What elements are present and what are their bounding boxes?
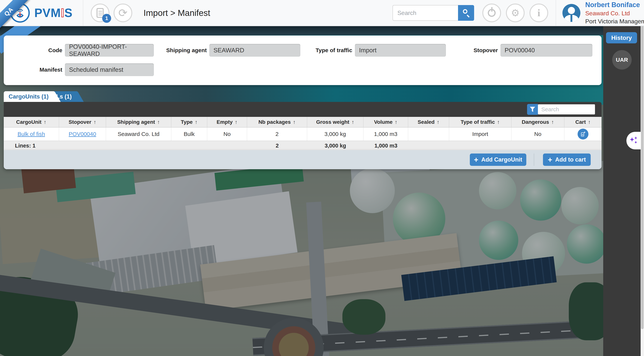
sparkles-icon [629,136,638,145]
sort-asc-icon: ↑ [195,119,198,125]
column-header-nb-packages[interactable]: Nb packages↑ [247,117,307,127]
footer-empty-cell [564,141,602,150]
footer-empty-cell [408,141,449,150]
column-label: Type [181,119,192,125]
footer-empty-cell [512,141,564,150]
refresh-button[interactable]: ⟳ [114,3,132,22]
ai-assistant-button[interactable] [626,132,641,149]
cell-cargounit: Bulk of fish [4,127,59,141]
sort-asc-icon: ↑ [352,119,354,125]
column-header-volume[interactable]: Volume↑ [364,117,408,127]
info-button[interactable]: i [530,3,548,22]
shipping-agent-field[interactable]: SEAWARD [209,44,300,57]
notification-badge: 1 [102,14,111,23]
info-icon: i [537,7,540,19]
tab-cargounits[interactable]: CargoUnits (1) [4,91,54,102]
footer-empty-cell [172,141,207,150]
column-header-empty[interactable]: Empty↑ [207,117,247,127]
table-footer-row: Lines: 1 2 3,000 kg 1,000 m3 [4,141,602,150]
stopover-label: Stopover [442,47,498,53]
code-field[interactable]: POV00040-IMPORT-SEAWARD [65,44,154,57]
manifest-documents-button[interactable]: 1 [91,3,110,22]
brand-i: I [61,6,64,20]
cargounits-table: CargoUnit↑ Stopover↑ Shipping agent↑ Typ… [4,117,602,150]
user-info: Norbert Boniface Seaward Co. Ltd Port Vi… [585,1,644,25]
gear-icon: ⚙ [511,8,520,18]
sort-asc-icon: ↑ [235,119,238,125]
cell-cart [564,127,602,141]
column-label: Nb packages [258,119,291,125]
add-cargounit-button[interactable]: + Add CargoUnit [470,153,526,166]
column-header-shipping-agent[interactable]: Shipping agent↑ [106,117,172,127]
header-actions: ⚙ i [482,3,548,22]
footer-empty-cell [449,141,512,150]
global-search [392,5,474,21]
user-company: Seaward Co. Ltd [585,10,644,17]
add-to-cart-button[interactable]: + Add to cart [543,153,591,166]
column-header-sealed[interactable]: Sealed↑ [408,117,449,127]
avatar-head [568,7,575,14]
lines-count: Lines: 1 [4,141,59,150]
column-header-stopover[interactable]: Stopover↑ [59,117,106,127]
scrollbar-thumb[interactable] [641,2,644,329]
column-header-type[interactable]: Type↑ [172,117,207,127]
column-label: Gross weight [316,119,349,125]
action-bar-divider [534,153,534,166]
user-avatar-icon [562,4,580,22]
brand-pvm: PVM [34,6,61,20]
user-organization: Port Victoria Managem [585,18,644,25]
stopover-field[interactable]: POV00040 [500,44,592,57]
type-of-traffic-field[interactable]: Import [355,44,446,57]
filter-funnel-icon [530,107,535,112]
cell-gross-weight: 3,000 kg [307,127,364,141]
uar-button[interactable]: UAR [612,50,632,69]
stopover-link[interactable]: POV00040 [69,131,96,137]
cell-sealed [408,127,449,141]
filter-button[interactable] [527,104,538,115]
table-search-input[interactable] [538,104,595,114]
column-header-type-of-traffic[interactable]: Type of traffic↑ [449,117,512,127]
table-row: Bulk of fish POV00040 Seaward Co. Ltd Bu… [4,127,602,141]
code-label: Code [6,47,62,53]
logout-button[interactable] [482,3,501,22]
column-label: Shipping agent [117,119,155,125]
manifest-form-card: Code POV00040-IMPORT-SEAWARD Shipping ag… [4,35,602,85]
cargounit-link[interactable]: Bulk of fish [18,131,45,137]
column-header-gross-weight[interactable]: Gross weight↑ [307,117,364,127]
column-label: Sealed [418,119,434,125]
column-label: CargoUnit [16,119,41,125]
document-plus-icon [580,131,586,137]
nb-packages-total: 2 [247,141,307,150]
sort-asc-icon: ↑ [94,119,96,125]
column-label: Empty [217,119,233,125]
add-to-cart-label: Add to cart [555,156,586,163]
sort-asc-icon: ↑ [497,119,500,125]
right-sidebar: History UAR [603,26,641,356]
global-search-input[interactable] [392,5,458,21]
settings-button[interactable]: ⚙ [506,3,525,22]
history-button[interactable]: History [606,32,637,43]
add-row-to-cart-button[interactable] [578,129,588,139]
manifest-field[interactable]: Scheduled manifest [65,63,154,76]
column-header-cargounit[interactable]: CargoUnit↑ [4,117,59,127]
app-logo-text: PVMIS [34,6,72,20]
refresh-icon: ⟳ [118,7,128,18]
column-label: Dangerous [522,119,549,125]
sort-asc-icon: ↑ [293,119,296,125]
cell-dangerous: No [512,127,564,141]
global-search-button[interactable] [458,5,474,21]
sort-asc-icon: ↑ [157,119,160,125]
plus-icon: + [474,156,478,163]
column-header-dangerous[interactable]: Dangerous↑ [512,117,564,127]
search-icon [463,9,468,14]
cell-shipping-agent: Seaward Co. Ltd [106,127,172,141]
user-profile[interactable]: Norbert Boniface Seaward Co. Ltd Port Vi… [556,1,644,25]
gross-weight-total: 3,000 kg [307,141,364,150]
cell-type: Bulk [172,127,207,141]
page-scrollbar[interactable] [641,0,644,356]
type-of-traffic-label: Type of traffic [296,47,352,53]
column-label: Type of traffic [461,119,495,125]
avatar-tie [570,15,572,22]
column-header-cart[interactable]: Cart↑ [564,117,602,127]
table-action-bar: + Add CargoUnit + Add to cart [4,150,602,169]
